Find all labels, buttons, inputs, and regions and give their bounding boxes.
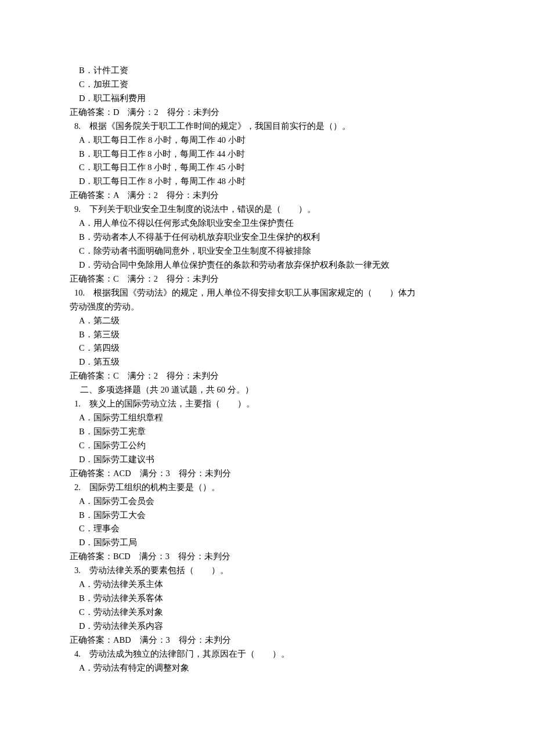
text-line: 正确答案：ABD 满分：3 得分：未判分 <box>70 633 464 647</box>
text-line: D．职工每日工作 8 小时，每周工作 48 小时 <box>70 175 464 189</box>
text-line: 正确答案：A 满分：2 得分：未判分 <box>70 189 464 203</box>
text-line: C．除劳动者书面明确同意外，职业安全卫生制度不得被排除 <box>70 244 464 258</box>
text-line: B．计件工资 <box>70 64 464 78</box>
text-line: D．劳动法律关系内容 <box>70 620 464 633</box>
text-line: C．劳动法律关系对象 <box>70 606 464 620</box>
text-line: 2. 国际劳工组织的机构主要是（）。 <box>70 481 464 495</box>
text-line: 劳动强度的劳动。 <box>70 300 464 314</box>
text-line: 4. 劳动法成为独立的法律部门，其原因在于（ ）。 <box>70 647 464 661</box>
text-line: 10. 根据我国《劳动法》的规定，用人单位不得安排女职工从事国家规定的（ ）体力 <box>70 286 464 300</box>
text-line: 正确答案：C 满分：2 得分：未判分 <box>70 369 464 383</box>
text-line: B．国际劳工宪章 <box>70 425 464 439</box>
text-line: B．职工每日工作 8 小时，每周工作 44 小时 <box>70 147 464 161</box>
text-line: D．国际劳工建议书 <box>70 453 464 467</box>
text-line: 正确答案：D 满分：2 得分：未判分 <box>70 106 464 120</box>
text-line: A．职工每日工作 8 小时，每周工作 40 小时 <box>70 134 464 147</box>
text-line: A．劳动法有特定的调整对象 <box>70 661 464 675</box>
text-line: C．第四级 <box>70 341 464 355</box>
text-line: A．第二级 <box>70 314 464 328</box>
text-line: D．第五级 <box>70 355 464 369</box>
text-line: A．劳动法律关系主体 <box>70 578 464 592</box>
text-line: 正确答案：C 满分：2 得分：未判分 <box>70 272 464 286</box>
text-line: 二、多项选择题（共 20 道试题，共 60 分。） <box>70 383 464 397</box>
text-line: 正确答案：BCD 满分：3 得分：未判分 <box>70 550 464 564</box>
text-line: C．职工每日工作 8 小时，每周工作 45 小时 <box>70 161 464 175</box>
text-line: 正确答案：ACD 满分：3 得分：未判分 <box>70 467 464 481</box>
text-line: A．国际劳工会员会 <box>70 495 464 509</box>
text-line: B．第三级 <box>70 328 464 342</box>
text-line: D．劳动合同中免除用人单位保护责任的条款和劳动者放弃保护权利条款一律无效 <box>70 258 464 272</box>
text-line: 8. 根据《国务院关于职工工作时间的规定》，我国目前实行的是（）。 <box>70 120 464 134</box>
text-line: C．理事会 <box>70 522 464 536</box>
text-line: A．用人单位不得以任何形式免除职业安全卫生保护责任 <box>70 217 464 231</box>
text-line: A．国际劳工组织章程 <box>70 411 464 425</box>
text-line: B．劳动者本人不得基于任何动机放弃职业安全卫生保护的权利 <box>70 231 464 244</box>
text-line: C．加班工资 <box>70 78 464 92</box>
text-line: D．国际劳工局 <box>70 536 464 550</box>
text-line: C．国际劳工公约 <box>70 439 464 453</box>
text-line: B．国际劳工大会 <box>70 509 464 523</box>
text-line: B．劳动法律关系客体 <box>70 592 464 606</box>
text-line: 3. 劳动法律关系的要素包括（ ）。 <box>70 564 464 578</box>
text-line: D．职工福利费用 <box>70 92 464 106</box>
text-line: 9. 下列关于职业安全卫生制度的说法中，错误的是（ ）。 <box>70 203 464 217</box>
text-line: 1. 狭义上的国际劳动立法，主要指（ ）。 <box>70 397 464 411</box>
